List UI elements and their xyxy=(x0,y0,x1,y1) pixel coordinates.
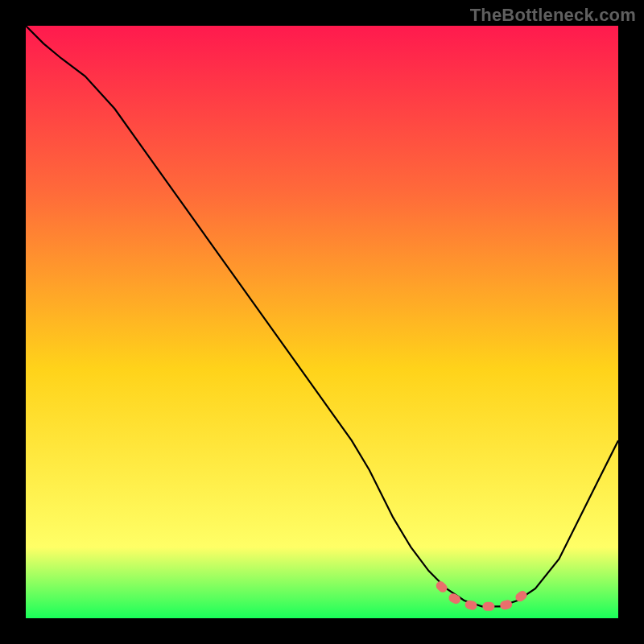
bottleneck-chart xyxy=(26,26,618,618)
watermark-text: TheBottleneck.com xyxy=(470,5,636,26)
chart-frame: TheBottleneck.com xyxy=(0,0,644,644)
gradient-background xyxy=(26,26,618,618)
plot-area xyxy=(26,26,618,618)
